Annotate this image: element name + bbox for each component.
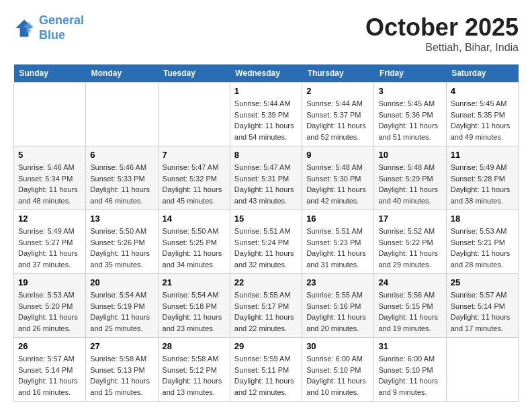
calendar-cell: 17Sunrise: 5:52 AM Sunset: 5:22 PM Dayli… <box>374 210 446 274</box>
day-info: Sunrise: 5:58 AM Sunset: 5:12 PM Dayligh… <box>163 353 226 398</box>
calendar-cell: 22Sunrise: 5:55 AM Sunset: 5:17 PM Dayli… <box>230 274 302 338</box>
calendar-cell: 1Sunrise: 5:44 AM Sunset: 5:39 PM Daylig… <box>230 83 302 146</box>
calendar-week-4: 19Sunrise: 5:53 AM Sunset: 5:20 PM Dayli… <box>14 274 519 338</box>
calendar-cell: 7Sunrise: 5:47 AM Sunset: 5:32 PM Daylig… <box>158 146 230 210</box>
day-info: Sunrise: 5:48 AM Sunset: 5:29 PM Dayligh… <box>378 162 441 206</box>
day-info: Sunrise: 5:48 AM Sunset: 5:30 PM Dayligh… <box>306 162 369 206</box>
calendar-cell: 29Sunrise: 5:59 AM Sunset: 5:11 PM Dayli… <box>230 338 302 402</box>
day-number: 18 <box>451 214 514 224</box>
logo-icon <box>13 17 35 39</box>
day-info: Sunrise: 5:59 AM Sunset: 5:11 PM Dayligh… <box>234 353 298 398</box>
day-number: 29 <box>234 341 298 351</box>
day-info: Sunrise: 5:53 AM Sunset: 5:20 PM Dayligh… <box>18 289 81 334</box>
day-info: Sunrise: 5:54 AM Sunset: 5:19 PM Dayligh… <box>90 289 153 334</box>
day-info: Sunrise: 5:47 AM Sunset: 5:32 PM Dayligh… <box>163 162 226 206</box>
day-number: 1 <box>234 86 298 96</box>
day-info: Sunrise: 5:47 AM Sunset: 5:31 PM Dayligh… <box>234 162 298 206</box>
calendar-cell: 9Sunrise: 5:48 AM Sunset: 5:30 PM Daylig… <box>302 146 374 210</box>
calendar-cell: 26Sunrise: 5:57 AM Sunset: 5:14 PM Dayli… <box>14 338 86 402</box>
calendar-cell: 16Sunrise: 5:51 AM Sunset: 5:23 PM Dayli… <box>302 210 374 274</box>
day-info: Sunrise: 5:58 AM Sunset: 5:13 PM Dayligh… <box>90 353 153 398</box>
calendar-cell: 8Sunrise: 5:47 AM Sunset: 5:31 PM Daylig… <box>230 146 302 210</box>
logo-line2: Blue <box>39 28 65 42</box>
day-number: 25 <box>451 277 514 287</box>
day-number: 24 <box>378 277 441 287</box>
calendar-cell: 21Sunrise: 5:54 AM Sunset: 5:18 PM Dayli… <box>158 274 230 338</box>
day-number: 3 <box>378 86 441 96</box>
day-number: 26 <box>18 341 81 351</box>
day-info: Sunrise: 6:00 AM Sunset: 5:10 PM Dayligh… <box>378 353 441 398</box>
calendar-cell: 4Sunrise: 5:45 AM Sunset: 5:35 PM Daylig… <box>446 83 518 146</box>
header-wednesday: Wednesday <box>230 64 302 83</box>
calendar-cell: 19Sunrise: 5:53 AM Sunset: 5:20 PM Dayli… <box>14 274 86 338</box>
calendar-cell: 20Sunrise: 5:54 AM Sunset: 5:19 PM Dayli… <box>86 274 158 338</box>
day-info: Sunrise: 5:57 AM Sunset: 5:14 PM Dayligh… <box>451 289 514 334</box>
days-header-row: SundayMondayTuesdayWednesdayThursdayFrid… <box>14 64 519 83</box>
day-number: 30 <box>306 341 369 351</box>
calendar-cell: 18Sunrise: 5:53 AM Sunset: 5:21 PM Dayli… <box>446 210 518 274</box>
day-info: Sunrise: 5:51 AM Sunset: 5:23 PM Dayligh… <box>306 226 369 270</box>
header-tuesday: Tuesday <box>158 64 230 83</box>
calendar-cell: 11Sunrise: 5:49 AM Sunset: 5:28 PM Dayli… <box>446 146 518 210</box>
day-info: Sunrise: 5:52 AM Sunset: 5:22 PM Dayligh… <box>378 226 441 270</box>
calendar-cell: 5Sunrise: 5:46 AM Sunset: 5:34 PM Daylig… <box>14 146 86 210</box>
calendar-cell: 28Sunrise: 5:58 AM Sunset: 5:12 PM Dayli… <box>158 338 230 402</box>
day-info: Sunrise: 6:00 AM Sunset: 5:10 PM Dayligh… <box>306 353 369 398</box>
day-info: Sunrise: 5:45 AM Sunset: 5:36 PM Dayligh… <box>378 98 441 142</box>
day-info: Sunrise: 5:53 AM Sunset: 5:21 PM Dayligh… <box>451 226 514 270</box>
day-info: Sunrise: 5:44 AM Sunset: 5:39 PM Dayligh… <box>234 98 298 142</box>
calendar-week-5: 26Sunrise: 5:57 AM Sunset: 5:14 PM Dayli… <box>14 338 519 402</box>
day-info: Sunrise: 5:50 AM Sunset: 5:26 PM Dayligh… <box>90 226 153 270</box>
day-number: 19 <box>18 277 81 287</box>
header-saturday: Saturday <box>446 64 518 83</box>
calendar-cell: 24Sunrise: 5:56 AM Sunset: 5:15 PM Dayli… <box>374 274 446 338</box>
day-number: 11 <box>451 150 514 160</box>
day-number: 10 <box>378 150 441 160</box>
logo-text: General Blue <box>39 13 84 42</box>
calendar-cell: 15Sunrise: 5:51 AM Sunset: 5:24 PM Dayli… <box>230 210 302 274</box>
logo-line1: General <box>39 13 84 27</box>
header-friday: Friday <box>374 64 446 83</box>
title-block: October 2025 Bettiah, Bihar, India <box>365 13 519 54</box>
day-number: 17 <box>378 214 441 224</box>
day-number: 2 <box>306 86 369 96</box>
calendar-cell: 30Sunrise: 6:00 AM Sunset: 5:10 PM Dayli… <box>302 338 374 402</box>
calendar-cell <box>86 83 158 146</box>
day-number: 16 <box>306 214 369 224</box>
calendar-cell: 31Sunrise: 6:00 AM Sunset: 5:10 PM Dayli… <box>374 338 446 402</box>
page-header: General Blue October 2025 Bettiah, Bihar… <box>13 13 519 54</box>
header-thursday: Thursday <box>302 64 374 83</box>
day-number: 8 <box>234 150 298 160</box>
day-info: Sunrise: 5:49 AM Sunset: 5:28 PM Dayligh… <box>451 162 514 206</box>
day-number: 21 <box>163 277 226 287</box>
calendar-cell: 10Sunrise: 5:48 AM Sunset: 5:29 PM Dayli… <box>374 146 446 210</box>
day-info: Sunrise: 5:55 AM Sunset: 5:17 PM Dayligh… <box>234 289 298 334</box>
header-monday: Monday <box>86 64 158 83</box>
day-number: 20 <box>90 277 153 287</box>
day-info: Sunrise: 5:55 AM Sunset: 5:16 PM Dayligh… <box>306 289 369 334</box>
day-info: Sunrise: 5:57 AM Sunset: 5:14 PM Dayligh… <box>18 353 81 398</box>
day-number: 27 <box>90 341 153 351</box>
calendar-cell: 3Sunrise: 5:45 AM Sunset: 5:36 PM Daylig… <box>374 83 446 146</box>
day-number: 13 <box>90 214 153 224</box>
calendar-cell: 6Sunrise: 5:46 AM Sunset: 5:33 PM Daylig… <box>86 146 158 210</box>
calendar-cell: 25Sunrise: 5:57 AM Sunset: 5:14 PM Dayli… <box>446 274 518 338</box>
day-info: Sunrise: 5:46 AM Sunset: 5:33 PM Dayligh… <box>90 162 153 206</box>
day-info: Sunrise: 5:49 AM Sunset: 5:27 PM Dayligh… <box>18 226 81 270</box>
day-info: Sunrise: 5:44 AM Sunset: 5:37 PM Dayligh… <box>306 98 369 142</box>
header-sunday: Sunday <box>14 64 86 83</box>
calendar-cell: 27Sunrise: 5:58 AM Sunset: 5:13 PM Dayli… <box>86 338 158 402</box>
day-info: Sunrise: 5:50 AM Sunset: 5:25 PM Dayligh… <box>163 226 226 270</box>
calendar-cell: 23Sunrise: 5:55 AM Sunset: 5:16 PM Dayli… <box>302 274 374 338</box>
day-info: Sunrise: 5:46 AM Sunset: 5:34 PM Dayligh… <box>18 162 81 206</box>
day-info: Sunrise: 5:54 AM Sunset: 5:18 PM Dayligh… <box>163 289 226 334</box>
day-number: 7 <box>163 150 226 160</box>
calendar-cell: 2Sunrise: 5:44 AM Sunset: 5:37 PM Daylig… <box>302 83 374 146</box>
calendar-cell <box>446 338 518 402</box>
day-number: 5 <box>18 150 81 160</box>
day-number: 9 <box>306 150 369 160</box>
calendar-cell: 12Sunrise: 5:49 AM Sunset: 5:27 PM Dayli… <box>14 210 86 274</box>
month-title: October 2025 <box>365 13 519 42</box>
day-number: 22 <box>234 277 298 287</box>
day-number: 14 <box>163 214 226 224</box>
